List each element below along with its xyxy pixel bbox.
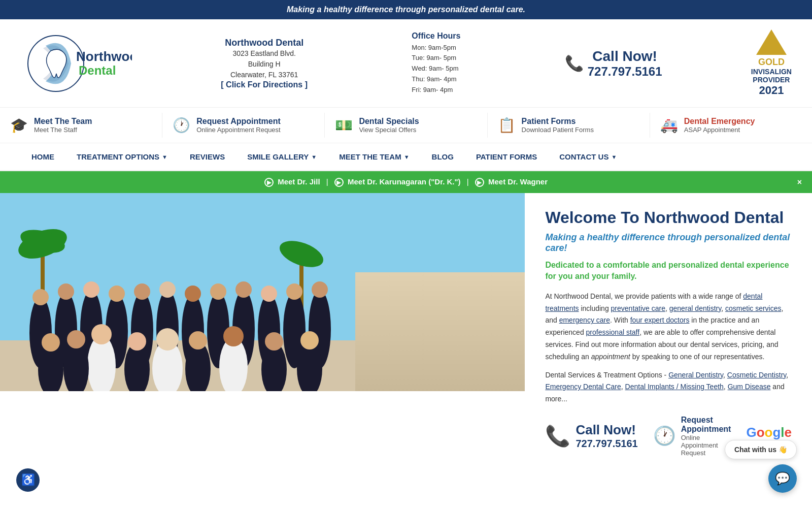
- meet-team-icon: 🎓: [10, 117, 28, 134]
- svg-point-47: [189, 331, 207, 350]
- cosmetic-dentistry-link[interactable]: Cosmetic Dentistry: [727, 371, 786, 379]
- nav-home[interactable]: HOME: [20, 143, 65, 170]
- nav-reviews-label: REVIEWS: [190, 152, 225, 161]
- appointment-italic: appointment: [591, 353, 630, 361]
- forms-text: Patient Forms Download Patient Forms: [522, 117, 594, 134]
- svg-point-39: [223, 326, 244, 346]
- quick-link-appointment[interactable]: 🕐 Request Appointment Online Appointment…: [162, 113, 325, 138]
- green-banner: ▶ Meet Dr. Jill | ▶ Meet Dr. Karunagaran…: [0, 171, 812, 193]
- cta-phone-number: 727.797.5161: [576, 438, 637, 450]
- welcome-title: Welcome To Northwood Dental: [545, 208, 792, 227]
- cta-clock-icon: 🕐: [653, 425, 676, 447]
- green-banner-close[interactable]: ×: [797, 178, 802, 187]
- phone-icon: 📞: [565, 54, 584, 72]
- svg-point-43: [67, 330, 85, 348]
- nav-gallery-label: SMILE GALLERY: [247, 152, 309, 161]
- header: Northwood Dental Northwood Dental 3023 E…: [0, 19, 812, 107]
- professional-staff-link[interactable]: professional staff: [586, 328, 640, 336]
- quick-link-forms[interactable]: 📋 Patient Forms Download Patient Forms: [488, 113, 650, 138]
- nav-home-label: HOME: [31, 152, 54, 161]
- dental-implants-link[interactable]: Dental Implants / Missing Teeth: [625, 383, 724, 391]
- cta-appointment-block[interactable]: 🕐 Request Appointment Online Appointment…: [653, 416, 731, 457]
- hours-tue: Tue: 9am- 5pm: [412, 53, 460, 64]
- meet-team-sublabel: Meet The Staff: [34, 126, 92, 134]
- meet-dr-karunagaran-link[interactable]: Meet Dr. Karunagaran ("Dr. K."): [348, 177, 461, 186]
- specials-icon: 💵: [335, 117, 353, 134]
- forms-icon: 📋: [498, 117, 516, 134]
- emergency-icon: 🚑: [660, 117, 678, 134]
- pipe-2: |: [467, 177, 469, 186]
- hours-mon: Mon: 9am-5pm: [412, 43, 460, 53]
- call-now-label: Call Now!: [588, 48, 662, 65]
- svg-point-31: [286, 283, 302, 300]
- nav-contact-arrow: ▼: [611, 154, 617, 160]
- chat-widget: Chat with us 👋 💬: [725, 440, 797, 472]
- nav-reviews[interactable]: REVIEWS: [179, 143, 236, 170]
- hours-wed: Wed: 9am- 5pm: [412, 64, 460, 74]
- meet-dr-jill-link[interactable]: Meet Dr. Jill: [278, 177, 320, 186]
- svg-point-21: [159, 281, 176, 298]
- svg-text:Northwood: Northwood: [76, 49, 132, 64]
- preventative-care-link[interactable]: preventative care: [611, 304, 665, 312]
- circle-arrow-1: ▶: [264, 178, 274, 187]
- specials-label: Dental Specials: [359, 117, 419, 126]
- svg-point-13: [58, 283, 74, 300]
- nav-blog-label: BLOG: [432, 152, 454, 161]
- nav-meet-team[interactable]: MEET THE TEAM ▼: [328, 143, 420, 170]
- forms-label: Patient Forms: [522, 117, 594, 126]
- cta-appt-text: Request Appointment Online Appointment R…: [681, 416, 731, 457]
- logo-area: Northwood Dental: [20, 33, 132, 94]
- meet-dr-wagner-link[interactable]: Meet Dr. Wagner: [488, 177, 548, 186]
- office-hours-title: Office Hours: [412, 31, 460, 41]
- google-g: G: [746, 425, 756, 440]
- nav-treatment[interactable]: TREATMENT OPTIONS ▼: [65, 143, 179, 170]
- nav-contact[interactable]: CONTACT US ▼: [548, 143, 628, 170]
- hours-thu: Thu: 9am- 4pm: [412, 74, 460, 85]
- svg-point-35: [91, 324, 112, 344]
- directions-link[interactable]: [ Click For Directions ]: [221, 80, 308, 89]
- body-text-2: Dental Services & Treatment Options - Ge…: [545, 369, 792, 405]
- tagline: Making a healthy difference through pers…: [545, 232, 792, 253]
- invisalign-block: GOLD INVISALIGN PROVIDER 2021: [751, 29, 792, 97]
- quick-link-specials[interactable]: 💵 Dental Specials View Special Offers: [325, 113, 487, 138]
- quick-link-meet-team[interactable]: 🎓 Meet The Team Meet The Staff: [0, 113, 162, 138]
- cta-call-block[interactable]: 📞 Call Now! 727.797.5161: [545, 422, 637, 450]
- emergency-text: Dental Emergency ASAP Appointment: [684, 117, 755, 134]
- chat-bubble[interactable]: Chat with us 👋: [725, 440, 797, 459]
- appointment-text: Request Appointment Online Appointment R…: [196, 117, 281, 134]
- google-e: e: [785, 425, 792, 440]
- google-l: l: [781, 425, 784, 440]
- nav-meet-team-label: MEET THE TEAM: [339, 152, 401, 161]
- svg-point-45: [128, 332, 146, 351]
- svg-point-49: [265, 332, 283, 351]
- cta-call-label: Call Now!: [576, 422, 637, 438]
- svg-point-23: [185, 285, 201, 302]
- appointment-icon: 🕐: [173, 117, 190, 134]
- circle-arrow-3: ▶: [475, 178, 484, 187]
- four-doctors-link[interactable]: four expert doctors: [630, 316, 690, 324]
- nav-patient-forms[interactable]: PATIENT FORMS: [465, 143, 548, 170]
- phone-number: 727.797.5161: [588, 65, 662, 79]
- emergency-care-link[interactable]: emergency care: [559, 316, 610, 324]
- emergency-dental-link[interactable]: Emergency Dental Care: [545, 383, 621, 391]
- specials-text: Dental Specials View Special Offers: [359, 117, 419, 134]
- meet-team-text: Meet The Team Meet The Staff: [34, 117, 92, 134]
- content-area: Welcome To Northwood Dental Making a hea…: [525, 193, 812, 472]
- nav-gallery[interactable]: SMILE GALLERY ▼: [236, 143, 328, 170]
- invisalign-triangle: [756, 29, 787, 55]
- specials-sublabel: View Special Offers: [359, 126, 419, 134]
- chat-button[interactable]: 💬: [768, 464, 797, 472]
- emergency-sublabel: ASAP Appointment: [684, 126, 755, 134]
- cosmetic-services-link[interactable]: cosmetic services: [725, 304, 781, 312]
- general-dentistry-link[interactable]: general dentistry: [669, 304, 721, 312]
- general-dentistry-link2[interactable]: General Dentistry: [668, 371, 723, 379]
- team-photo: [0, 193, 525, 391]
- nav-blog[interactable]: BLOG: [421, 143, 465, 170]
- circle-arrow-2: ▶: [334, 178, 344, 187]
- main-content: Welcome To Northwood Dental Making a hea…: [0, 193, 812, 472]
- quick-link-emergency[interactable]: 🚑 Dental Emergency ASAP Appointment: [650, 113, 812, 138]
- gum-disease-link[interactable]: Gum Disease: [728, 383, 771, 391]
- call-now-block[interactable]: 📞 Call Now! 727.797.5161: [550, 48, 678, 79]
- svg-point-41: [42, 333, 60, 352]
- pipe-1: |: [326, 177, 328, 186]
